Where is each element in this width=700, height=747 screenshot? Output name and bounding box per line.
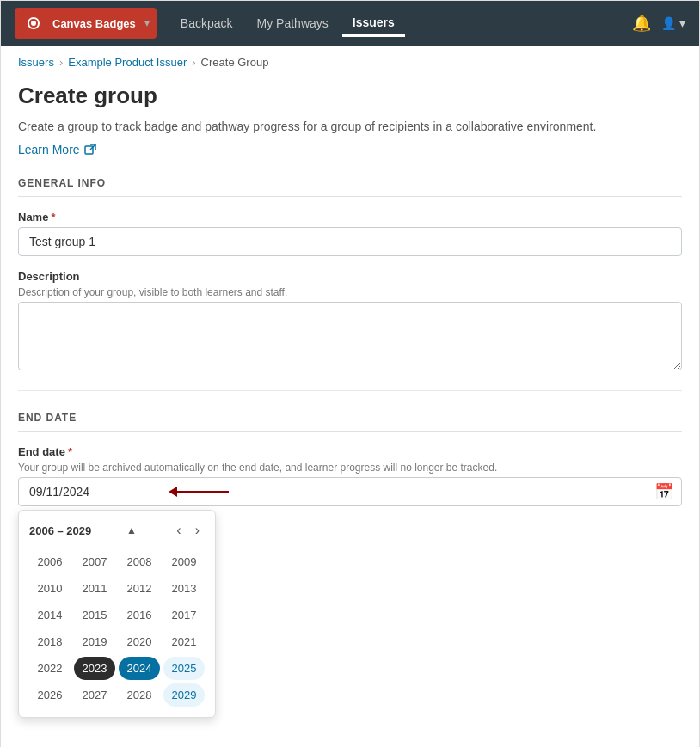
name-label: Name *: [18, 211, 682, 223]
user-menu[interactable]: 👤 ▾: [661, 16, 685, 30]
calendar-grid: 2006200720082009201020112012201320142015…: [29, 550, 205, 707]
calendar-picker: 2006 – 2029 ▲ ‹ › 2006200720082009201020…: [18, 510, 216, 718]
calendar-year-2025[interactable]: 2025: [163, 657, 205, 680]
calendar-next-btn[interactable]: ›: [190, 521, 205, 540]
description-textarea[interactable]: [18, 302, 682, 370]
calendar-year-2014[interactable]: 2014: [29, 603, 71, 627]
calendar-year-2022[interactable]: 2022: [29, 657, 71, 680]
canvas-badges-icon: [21, 11, 46, 35]
brand-logo[interactable]: Canvas Badges ▾: [15, 8, 157, 39]
end-date-header: END DATE: [18, 412, 682, 432]
date-input-wrapper: 📅: [18, 477, 682, 506]
calendar-year-2011[interactable]: 2011: [74, 577, 115, 600]
description-sublabel: Description of your group, visible to bo…: [18, 286, 682, 298]
name-input[interactable]: [18, 227, 682, 256]
description-field-group: Description Description of your group, v…: [18, 270, 682, 373]
calendar-year-2021[interactable]: 2021: [163, 630, 205, 653]
calendar-year-2019[interactable]: 2019: [74, 630, 115, 653]
calendar-icon[interactable]: 📅: [654, 482, 673, 501]
breadcrumb-sep-2: ›: [192, 56, 195, 69]
breadcrumb-sep-1: ›: [59, 56, 63, 69]
section-divider: [18, 390, 682, 391]
end-date-input-container: 📅: [18, 477, 682, 506]
calendar-year-2017[interactable]: 2017: [163, 603, 205, 627]
navbar-left: Canvas Badges ▾ Backpack My Pathways Iss…: [15, 8, 405, 39]
end-date-label: End date *: [18, 445, 682, 458]
navbar: Canvas Badges ▾ Backpack My Pathways Iss…: [1, 1, 699, 46]
calendar-nav: ‹ ›: [171, 521, 205, 540]
page-title: Create group: [18, 83, 682, 109]
calendar-year-2006[interactable]: 2006: [29, 550, 71, 573]
calendar-prev-btn[interactable]: ‹: [171, 521, 186, 540]
arrow-head: [169, 487, 177, 497]
calendar-year-2009[interactable]: 2009: [163, 550, 205, 573]
name-field-group: Name *: [18, 211, 682, 256]
nav-backpack[interactable]: Backpack: [170, 11, 243, 35]
end-date-required-star: *: [68, 445, 72, 458]
calendar-year-2024[interactable]: 2024: [119, 657, 160, 680]
breadcrumb: Issuers › Example Product Issuer › Creat…: [1, 46, 699, 76]
general-info-section: GENERAL INFO Name * Description Descript…: [18, 177, 682, 373]
breadcrumb-example-issuer[interactable]: Example Product Issuer: [68, 56, 187, 69]
learn-more-text: Learn More: [18, 143, 80, 156]
calendar-year-2013[interactable]: 2013: [163, 577, 205, 600]
bottom-bar: Cancel Create group: [18, 732, 682, 747]
breadcrumb-issuers[interactable]: Issuers: [18, 56, 54, 69]
user-icon: 👤: [661, 16, 676, 30]
nav-issuers[interactable]: Issuers: [342, 10, 405, 37]
end-date-field-group: End date * Your group will be archived a…: [18, 445, 682, 718]
calendar-year-2016[interactable]: 2016: [119, 603, 160, 627]
arrow-line: [177, 491, 229, 493]
calendar-year-2018[interactable]: 2018: [29, 630, 71, 653]
calendar-year-2029[interactable]: 2029: [163, 683, 205, 707]
end-date-sublabel: Your group will be archived automaticall…: [18, 462, 682, 474]
breadcrumb-current: Create Group: [201, 56, 269, 69]
calendar-year-2015[interactable]: 2015: [74, 603, 115, 627]
navbar-right: 🔔 👤 ▾: [632, 14, 685, 33]
nav-links: Backpack My Pathways Issuers: [170, 10, 405, 37]
description-label: Description: [18, 270, 682, 283]
calendar-year-2007[interactable]: 2007: [74, 550, 115, 573]
calendar-year-2023[interactable]: 2023: [74, 657, 115, 680]
calendar-year-2026[interactable]: 2026: [29, 683, 71, 707]
calendar-header: 2006 – 2029 ▲ ‹ ›: [29, 521, 205, 540]
calendar-year-2012[interactable]: 2012: [119, 577, 160, 600]
user-chevron-icon: ▾: [679, 16, 685, 30]
end-date-input[interactable]: [18, 477, 682, 506]
calendar-collapse-icon[interactable]: ▲: [126, 524, 137, 536]
calendar-year-2020[interactable]: 2020: [119, 630, 160, 653]
learn-more-link[interactable]: Learn More: [18, 143, 97, 156]
calendar-year-2010[interactable]: 2010: [29, 577, 71, 600]
end-date-section: END DATE End date * Your group will be a…: [18, 412, 682, 718]
calendar-year-2027[interactable]: 2027: [74, 683, 115, 707]
calendar-year-2028[interactable]: 2028: [119, 683, 160, 707]
nav-my-pathways[interactable]: My Pathways: [247, 11, 339, 35]
svg-point-1: [31, 21, 36, 26]
name-required-star: *: [51, 211, 55, 223]
arrow-indicator: [169, 487, 229, 497]
calendar-year-2008[interactable]: 2008: [119, 550, 160, 573]
calendar-range-label[interactable]: 2006 – 2029: [29, 524, 91, 537]
brand-chevron-icon: ▾: [144, 17, 150, 29]
page-description: Create a group to track badge and pathwa…: [18, 118, 682, 136]
bell-icon[interactable]: 🔔: [632, 14, 651, 33]
general-info-header: GENERAL INFO: [18, 177, 682, 197]
page-content: Create group Create a group to track bad…: [1, 76, 699, 747]
brand-name-text: Canvas Badges: [52, 17, 136, 30]
external-link-icon: [83, 143, 97, 156]
